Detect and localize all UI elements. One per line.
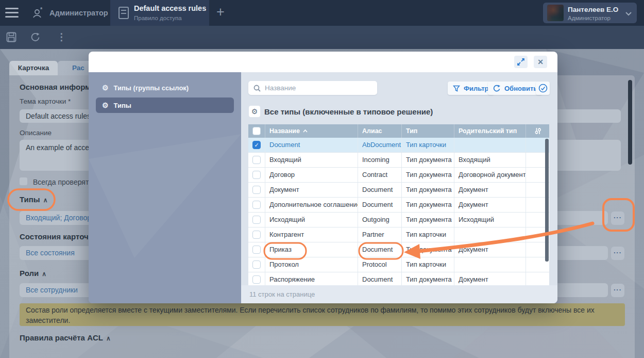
row-checkbox[interactable] [252, 201, 261, 209]
table-row[interactable]: РаспоряжениеDocumentТип документаДокумен… [248, 272, 549, 285]
table-row[interactable]: КонтрагентPartnerТип карточки [248, 227, 549, 242]
column-header[interactable]: Тип [402, 124, 454, 138]
table-cell: Исходящий [265, 213, 358, 227]
refresh-icon[interactable] [30, 32, 41, 42]
table-cell: Тип документа [402, 153, 454, 167]
select-all-checkbox[interactable] [252, 127, 261, 135]
tab-card[interactable]: Карточка [9, 61, 58, 75]
new-tab-button[interactable]: + [216, 4, 225, 20]
screen: Карточка Рас Основная информ Тема карточ… [0, 0, 644, 358]
always-check-checkbox[interactable] [20, 177, 27, 185]
table-cell: Incoming [358, 153, 402, 167]
gear-icon: ⚙ [102, 84, 109, 92]
dialog-sidebar: ⚙Типы (группы ссылок)⚙Типы [89, 72, 241, 303]
table-row[interactable]: ИсходящийOutgoingТип документаИсходящий [248, 213, 549, 227]
section-acl-heading[interactable]: Правила расчёта ACL∧ [20, 333, 111, 342]
table-cell: Partner [358, 227, 402, 242]
description-label: Описание [20, 129, 52, 137]
table-cell [454, 138, 526, 152]
svg-text:*: * [40, 7, 43, 12]
column-header[interactable]: Название [265, 124, 358, 138]
tab-administrator[interactable]: * Администратор [24, 0, 116, 26]
table-row[interactable]: ПротоколProtocolТип карточки [248, 257, 549, 272]
table-cell: Document [358, 183, 402, 197]
types-ellipsis-button[interactable]: ··· [611, 211, 624, 225]
expand-dialog-button[interactable] [514, 56, 528, 68]
gear-icon: ⚙ [102, 101, 109, 109]
states-ellipsis-button[interactable]: ··· [611, 247, 624, 260]
tab-default-access-rules[interactable]: Default access rules Правило доступа [110, 0, 209, 26]
card-toolbar: ⋮ [0, 26, 644, 49]
table-cell: Дополнительное соглашение [265, 198, 358, 212]
sort-asc-icon [303, 129, 308, 133]
section-types-heading[interactable]: Типы∧ [20, 195, 47, 204]
filter-button[interactable]: Фильтр [448, 82, 494, 95]
person-star-icon: * [32, 7, 44, 19]
save-icon[interactable] [6, 32, 16, 42]
table-cell: Документ [454, 198, 526, 212]
column-header[interactable]: Родительский тип [454, 124, 526, 138]
sidebar-item[interactable]: ⚙Типы (группы ссылок) [96, 80, 234, 95]
search-input[interactable]: Название [248, 81, 377, 95]
table-cell: Тип карточки [402, 138, 454, 152]
filter-icon [453, 85, 460, 92]
document-icon [118, 7, 129, 19]
table-cell: Приказ [265, 242, 358, 257]
table-cell: Документ [454, 242, 526, 257]
user-menu[interactable]: Пантелеев Е.О Администратор [543, 3, 637, 23]
confirm-selection-button[interactable] [536, 82, 550, 95]
row-checkbox[interactable] [252, 156, 261, 164]
row-checkbox[interactable] [252, 171, 261, 179]
table-cell: Document [358, 272, 402, 285]
table-cell: Исходящий [454, 213, 526, 227]
table-header: НазваниеАлиасТипРодительский тип [248, 124, 549, 138]
sidebar-item[interactable]: ⚙Типы [96, 97, 234, 113]
column-settings-icon[interactable] [534, 127, 541, 135]
table-cell: Contract [358, 168, 402, 182]
table-cell: Тип карточки [402, 227, 454, 242]
section-states-heading[interactable]: Состояния карточ [20, 232, 89, 241]
dialog-content: Название Фильтр Обновить [241, 72, 557, 303]
refresh-icon [493, 85, 501, 92]
table-row[interactable]: Дополнительное соглашениеDocumentТип док… [248, 198, 549, 213]
table-cell: Входящий [265, 153, 358, 167]
modal-sidebar-items: ⚙Типы (группы ссылок)⚙Типы [89, 80, 241, 113]
table-row[interactable]: ВходящийIncomingТип документаВходящий [248, 153, 549, 168]
search-icon [253, 85, 261, 92]
row-checkbox[interactable] [252, 216, 261, 224]
menu-icon[interactable] [5, 8, 19, 18]
close-dialog-button[interactable]: ✕ [534, 56, 547, 68]
table-cell: Outgoing [358, 213, 402, 227]
table-row[interactable]: ПриказDocumentТип документаДокумент [248, 242, 549, 257]
section-roles-heading[interactable]: Роли∧ [20, 269, 46, 278]
table-cell: Document [358, 198, 402, 212]
row-checkbox[interactable] [252, 231, 261, 239]
row-checkbox[interactable] [252, 261, 261, 269]
table-scrollbar[interactable] [545, 139, 549, 262]
table-cell: Документ [265, 183, 358, 197]
page-scrollbar[interactable] [628, 80, 632, 165]
table-row[interactable]: ДокументDocumentТип документаДокумент [248, 183, 549, 198]
collapse-icon: ∧ [42, 270, 46, 278]
column-header[interactable]: Алиас [358, 124, 402, 138]
check-circle-icon [538, 84, 548, 93]
more-actions-icon[interactable]: ⋮ [57, 31, 66, 43]
row-checkbox[interactable] [252, 246, 261, 254]
row-checkbox[interactable]: ✓ [252, 141, 261, 149]
table-cell: Document [358, 242, 402, 257]
table-cell: Тип документа [402, 168, 454, 182]
refresh-list-button[interactable]: Обновить [488, 82, 543, 95]
row-checkbox[interactable] [252, 275, 261, 284]
table-cell: Тип документа [402, 213, 454, 227]
close-icon: ✕ [537, 58, 544, 66]
table-row[interactable]: ✓DocumentAbDocumentТип карточки [248, 138, 549, 153]
table-cell: Договор [265, 168, 358, 182]
table-row[interactable]: ДоговорContractТип документаДоговорной д… [248, 168, 549, 183]
table-body: ✓DocumentAbDocumentТип карточкиВходящийI… [248, 138, 549, 285]
roles-ellipsis-button[interactable]: ··· [611, 284, 624, 297]
top-navigation-bar: * Администратор Default access rules Пра… [0, 0, 644, 26]
dialog-header: ✕ [89, 52, 557, 72]
chevron-down-icon [625, 12, 632, 16]
row-checkbox[interactable] [252, 186, 261, 194]
table-cell: AbDocument [358, 138, 402, 152]
